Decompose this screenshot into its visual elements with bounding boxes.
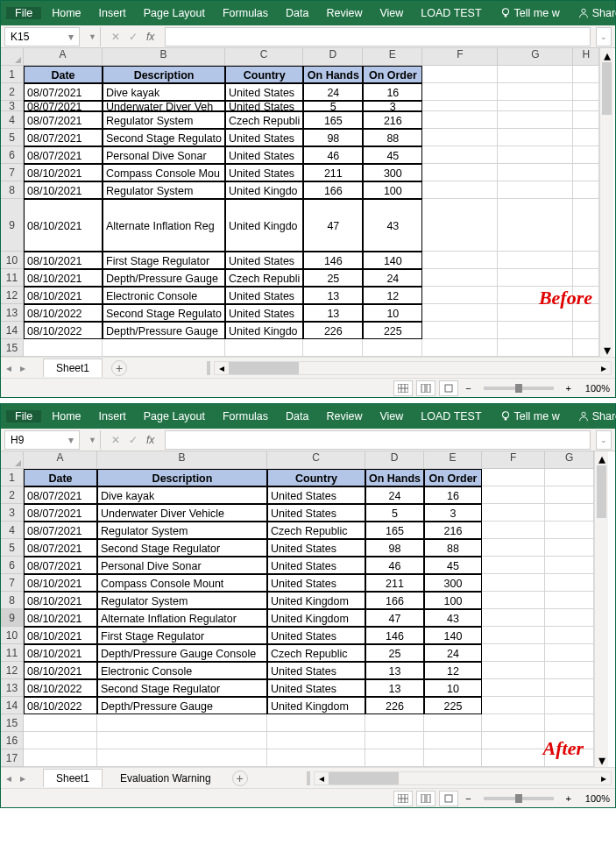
- row-header-14[interactable]: 14: [1, 322, 24, 339]
- scroll-right-icon[interactable]: ▸: [597, 772, 611, 784]
- table-cell[interactable]: 166: [365, 592, 424, 609]
- row-header-3[interactable]: 3: [1, 101, 24, 111]
- table-cell[interactable]: 08/07/2021: [24, 146, 103, 164]
- table-cell[interactable]: 10: [424, 679, 482, 697]
- table-header-description[interactable]: Description: [97, 469, 267, 486]
- cell[interactable]: [365, 714, 424, 732]
- name-box-toggle[interactable]: ▼: [85, 27, 101, 46]
- table-cell[interactable]: United States: [267, 486, 365, 504]
- fx-icon[interactable]: fx: [146, 434, 154, 446]
- cell[interactable]: [267, 732, 365, 749]
- table-cell[interactable]: 08/10/2021: [24, 252, 103, 269]
- table-cell[interactable]: 12: [363, 287, 422, 304]
- cell[interactable]: [363, 339, 422, 357]
- cell[interactable]: [545, 557, 594, 574]
- col-header-B[interactable]: B: [103, 48, 225, 66]
- table-cell[interactable]: 5: [303, 101, 363, 111]
- table-cell[interactable]: Second Stage Regulato: [103, 129, 225, 146]
- table-header-on-order[interactable]: On Order: [363, 66, 422, 83]
- table-cell[interactable]: United Kingdom: [267, 592, 365, 609]
- row-header-8[interactable]: 8: [1, 181, 24, 199]
- row-header-3[interactable]: 3: [1, 504, 24, 522]
- zoom-out-button[interactable]: −: [462, 793, 474, 804]
- cell[interactable]: [365, 749, 424, 767]
- cell[interactable]: [545, 697, 594, 714]
- formula-bar[interactable]: [165, 27, 591, 46]
- col-header-A[interactable]: A: [24, 451, 97, 469]
- table-cell[interactable]: 08/10/2022: [24, 322, 103, 339]
- table-cell[interactable]: United States: [225, 252, 303, 269]
- table-cell[interactable]: 226: [303, 322, 363, 339]
- ribbon-share[interactable]: Share: [569, 7, 616, 20]
- table-cell[interactable]: 140: [424, 627, 482, 644]
- row-header-2[interactable]: 2: [1, 83, 24, 101]
- table-cell[interactable]: 24: [424, 644, 482, 662]
- table-cell[interactable]: 08/10/2021: [24, 199, 103, 252]
- accept-formula-icon[interactable]: ✓: [129, 31, 138, 43]
- ribbon-insert[interactable]: Insert: [90, 410, 135, 422]
- table-cell[interactable]: 146: [365, 627, 424, 644]
- cell[interactable]: [422, 304, 498, 322]
- ribbon-data[interactable]: Data: [277, 410, 317, 422]
- table-header-on-hands[interactable]: On Hands: [365, 469, 424, 486]
- row-header-7[interactable]: 7: [1, 164, 24, 181]
- formula-bar-expand[interactable]: ⌄: [596, 430, 612, 450]
- cell[interactable]: [545, 627, 594, 644]
- table-cell[interactable]: 43: [363, 199, 422, 252]
- table-cell[interactable]: United Kingdo: [225, 199, 303, 252]
- row-header-16[interactable]: 16: [1, 732, 24, 749]
- scroll-up-icon[interactable]: ▴: [600, 48, 613, 62]
- cell[interactable]: [267, 749, 365, 767]
- table-cell[interactable]: Compass Console Mou: [103, 164, 225, 181]
- table-cell[interactable]: 166: [303, 181, 363, 199]
- cell[interactable]: [498, 181, 573, 199]
- cell[interactable]: [545, 539, 594, 557]
- ribbon-review[interactable]: Review: [317, 7, 371, 19]
- ribbon-load-test[interactable]: LOAD TEST: [412, 7, 490, 19]
- cell[interactable]: [482, 662, 545, 679]
- cell[interactable]: [482, 627, 545, 644]
- tab-nav-next-icon[interactable]: ▸: [20, 362, 32, 374]
- table-cell[interactable]: 98: [303, 129, 363, 146]
- cell[interactable]: [573, 111, 599, 129]
- ribbon-review[interactable]: Review: [317, 410, 371, 422]
- ribbon-file[interactable]: File: [6, 410, 41, 422]
- table-header-on-order[interactable]: On Order: [424, 469, 482, 486]
- cell[interactable]: [422, 322, 498, 339]
- table-cell[interactable]: 225: [363, 322, 422, 339]
- cell[interactable]: [573, 252, 599, 269]
- formula-bar[interactable]: [165, 430, 591, 450]
- ribbon-data[interactable]: Data: [277, 7, 317, 19]
- cell[interactable]: [545, 662, 594, 679]
- table-cell[interactable]: 08/07/2021: [24, 129, 103, 146]
- table-cell[interactable]: Second Stage Regulator: [97, 679, 267, 697]
- table-cell[interactable]: 08/07/2021: [24, 539, 97, 557]
- col-header-G[interactable]: G: [545, 451, 594, 469]
- cell[interactable]: [422, 111, 498, 129]
- name-box[interactable]: H9▾: [4, 430, 80, 450]
- table-cell[interactable]: Dive kayak: [103, 83, 225, 101]
- table-cell[interactable]: 216: [424, 522, 482, 539]
- select-all-corner[interactable]: [1, 451, 24, 469]
- table-cell[interactable]: 08/10/2022: [24, 679, 97, 697]
- table-cell[interactable]: United States: [267, 627, 365, 644]
- row-header-1[interactable]: 1: [1, 469, 24, 486]
- table-cell[interactable]: 165: [303, 111, 363, 129]
- table-cell[interactable]: Czech Republi: [225, 269, 303, 287]
- table-cell[interactable]: 46: [365, 557, 424, 574]
- table-cell[interactable]: Dive kayak: [97, 486, 267, 504]
- cell[interactable]: [545, 504, 594, 522]
- cell[interactable]: [573, 101, 599, 111]
- table-cell[interactable]: 25: [303, 269, 363, 287]
- cancel-formula-icon[interactable]: ✕: [111, 31, 120, 43]
- cell[interactable]: [24, 714, 97, 732]
- table-cell[interactable]: 08/07/2021: [24, 111, 103, 129]
- cell[interactable]: [422, 199, 498, 252]
- table-header-country[interactable]: Country: [267, 469, 365, 486]
- row-header-11[interactable]: 11: [1, 644, 24, 662]
- sheet-tab-active[interactable]: Sheet1: [43, 769, 103, 787]
- row-header-17[interactable]: 17: [1, 749, 24, 767]
- cell[interactable]: [422, 164, 498, 181]
- table-cell[interactable]: 46: [303, 146, 363, 164]
- page-layout-button[interactable]: [416, 380, 435, 396]
